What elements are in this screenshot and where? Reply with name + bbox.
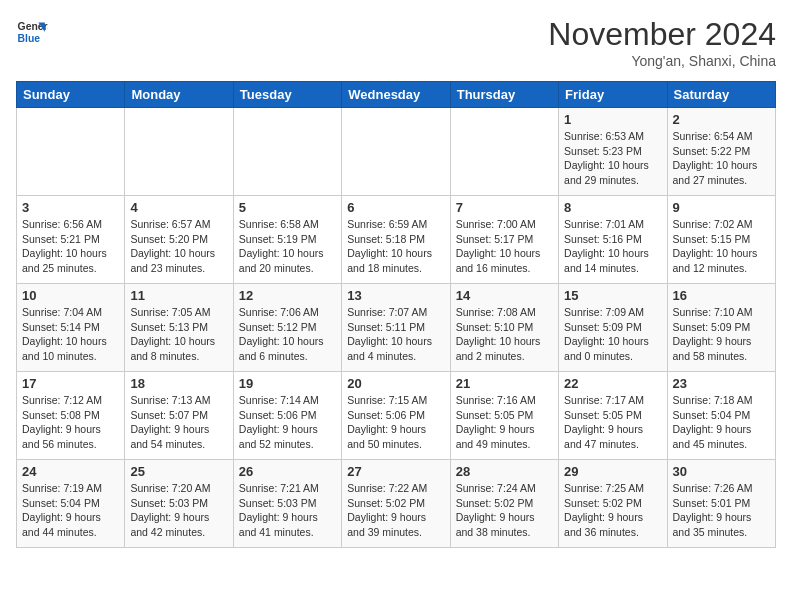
table-row: 18Sunrise: 7:13 AM Sunset: 5:07 PM Dayli… — [125, 372, 233, 460]
day-number: 4 — [130, 200, 227, 215]
table-row: 1Sunrise: 6:53 AM Sunset: 5:23 PM Daylig… — [559, 108, 667, 196]
table-row: 8Sunrise: 7:01 AM Sunset: 5:16 PM Daylig… — [559, 196, 667, 284]
table-row: 22Sunrise: 7:17 AM Sunset: 5:05 PM Dayli… — [559, 372, 667, 460]
day-info: Sunrise: 7:16 AM Sunset: 5:05 PM Dayligh… — [456, 393, 553, 452]
day-number: 19 — [239, 376, 336, 391]
day-number: 9 — [673, 200, 770, 215]
table-row: 30Sunrise: 7:26 AM Sunset: 5:01 PM Dayli… — [667, 460, 775, 548]
day-number: 15 — [564, 288, 661, 303]
day-number: 26 — [239, 464, 336, 479]
day-number: 12 — [239, 288, 336, 303]
title-block: November 2024 Yong'an, Shanxi, China — [548, 16, 776, 69]
calendar-week-row: 3Sunrise: 6:56 AM Sunset: 5:21 PM Daylig… — [17, 196, 776, 284]
day-number: 8 — [564, 200, 661, 215]
day-number: 21 — [456, 376, 553, 391]
day-info: Sunrise: 6:54 AM Sunset: 5:22 PM Dayligh… — [673, 129, 770, 188]
day-info: Sunrise: 7:12 AM Sunset: 5:08 PM Dayligh… — [22, 393, 119, 452]
table-row: 21Sunrise: 7:16 AM Sunset: 5:05 PM Dayli… — [450, 372, 558, 460]
table-row — [17, 108, 125, 196]
day-info: Sunrise: 7:04 AM Sunset: 5:14 PM Dayligh… — [22, 305, 119, 364]
day-number: 18 — [130, 376, 227, 391]
day-number: 5 — [239, 200, 336, 215]
location-subtitle: Yong'an, Shanxi, China — [548, 53, 776, 69]
day-info: Sunrise: 7:07 AM Sunset: 5:11 PM Dayligh… — [347, 305, 444, 364]
day-info: Sunrise: 7:05 AM Sunset: 5:13 PM Dayligh… — [130, 305, 227, 364]
calendar-table: Sunday Monday Tuesday Wednesday Thursday… — [16, 81, 776, 548]
col-wednesday: Wednesday — [342, 82, 450, 108]
table-row — [125, 108, 233, 196]
col-sunday: Sunday — [17, 82, 125, 108]
table-row — [233, 108, 341, 196]
day-number: 10 — [22, 288, 119, 303]
day-info: Sunrise: 7:26 AM Sunset: 5:01 PM Dayligh… — [673, 481, 770, 540]
day-info: Sunrise: 6:56 AM Sunset: 5:21 PM Dayligh… — [22, 217, 119, 276]
table-row: 6Sunrise: 6:59 AM Sunset: 5:18 PM Daylig… — [342, 196, 450, 284]
logo-icon: General Blue — [16, 16, 48, 48]
day-info: Sunrise: 7:06 AM Sunset: 5:12 PM Dayligh… — [239, 305, 336, 364]
day-number: 16 — [673, 288, 770, 303]
page-header: General Blue November 2024 Yong'an, Shan… — [16, 16, 776, 69]
day-number: 6 — [347, 200, 444, 215]
day-info: Sunrise: 6:57 AM Sunset: 5:20 PM Dayligh… — [130, 217, 227, 276]
day-info: Sunrise: 7:20 AM Sunset: 5:03 PM Dayligh… — [130, 481, 227, 540]
table-row: 24Sunrise: 7:19 AM Sunset: 5:04 PM Dayli… — [17, 460, 125, 548]
table-row: 29Sunrise: 7:25 AM Sunset: 5:02 PM Dayli… — [559, 460, 667, 548]
table-row: 11Sunrise: 7:05 AM Sunset: 5:13 PM Dayli… — [125, 284, 233, 372]
day-info: Sunrise: 6:58 AM Sunset: 5:19 PM Dayligh… — [239, 217, 336, 276]
table-row: 15Sunrise: 7:09 AM Sunset: 5:09 PM Dayli… — [559, 284, 667, 372]
table-row: 19Sunrise: 7:14 AM Sunset: 5:06 PM Dayli… — [233, 372, 341, 460]
day-number: 13 — [347, 288, 444, 303]
day-info: Sunrise: 7:15 AM Sunset: 5:06 PM Dayligh… — [347, 393, 444, 452]
day-number: 3 — [22, 200, 119, 215]
day-info: Sunrise: 7:21 AM Sunset: 5:03 PM Dayligh… — [239, 481, 336, 540]
day-number: 22 — [564, 376, 661, 391]
table-row: 16Sunrise: 7:10 AM Sunset: 5:09 PM Dayli… — [667, 284, 775, 372]
col-tuesday: Tuesday — [233, 82, 341, 108]
table-row: 17Sunrise: 7:12 AM Sunset: 5:08 PM Dayli… — [17, 372, 125, 460]
day-number: 24 — [22, 464, 119, 479]
day-number: 14 — [456, 288, 553, 303]
day-info: Sunrise: 7:00 AM Sunset: 5:17 PM Dayligh… — [456, 217, 553, 276]
table-row: 5Sunrise: 6:58 AM Sunset: 5:19 PM Daylig… — [233, 196, 341, 284]
table-row: 10Sunrise: 7:04 AM Sunset: 5:14 PM Dayli… — [17, 284, 125, 372]
day-number: 7 — [456, 200, 553, 215]
day-number: 27 — [347, 464, 444, 479]
table-row: 28Sunrise: 7:24 AM Sunset: 5:02 PM Dayli… — [450, 460, 558, 548]
day-info: Sunrise: 7:24 AM Sunset: 5:02 PM Dayligh… — [456, 481, 553, 540]
day-number: 11 — [130, 288, 227, 303]
col-saturday: Saturday — [667, 82, 775, 108]
day-number: 17 — [22, 376, 119, 391]
calendar-week-row: 17Sunrise: 7:12 AM Sunset: 5:08 PM Dayli… — [17, 372, 776, 460]
day-info: Sunrise: 7:22 AM Sunset: 5:02 PM Dayligh… — [347, 481, 444, 540]
table-row: 12Sunrise: 7:06 AM Sunset: 5:12 PM Dayli… — [233, 284, 341, 372]
day-info: Sunrise: 7:09 AM Sunset: 5:09 PM Dayligh… — [564, 305, 661, 364]
table-row: 13Sunrise: 7:07 AM Sunset: 5:11 PM Dayli… — [342, 284, 450, 372]
day-number: 30 — [673, 464, 770, 479]
day-number: 23 — [673, 376, 770, 391]
table-row: 27Sunrise: 7:22 AM Sunset: 5:02 PM Dayli… — [342, 460, 450, 548]
calendar-week-row: 1Sunrise: 6:53 AM Sunset: 5:23 PM Daylig… — [17, 108, 776, 196]
day-info: Sunrise: 7:25 AM Sunset: 5:02 PM Dayligh… — [564, 481, 661, 540]
day-number: 2 — [673, 112, 770, 127]
day-info: Sunrise: 7:17 AM Sunset: 5:05 PM Dayligh… — [564, 393, 661, 452]
day-info: Sunrise: 7:14 AM Sunset: 5:06 PM Dayligh… — [239, 393, 336, 452]
table-row: 23Sunrise: 7:18 AM Sunset: 5:04 PM Dayli… — [667, 372, 775, 460]
calendar-header-row: Sunday Monday Tuesday Wednesday Thursday… — [17, 82, 776, 108]
col-monday: Monday — [125, 82, 233, 108]
calendar-week-row: 24Sunrise: 7:19 AM Sunset: 5:04 PM Dayli… — [17, 460, 776, 548]
day-info: Sunrise: 7:18 AM Sunset: 5:04 PM Dayligh… — [673, 393, 770, 452]
day-info: Sunrise: 7:13 AM Sunset: 5:07 PM Dayligh… — [130, 393, 227, 452]
day-info: Sunrise: 6:59 AM Sunset: 5:18 PM Dayligh… — [347, 217, 444, 276]
day-number: 28 — [456, 464, 553, 479]
day-info: Sunrise: 7:08 AM Sunset: 5:10 PM Dayligh… — [456, 305, 553, 364]
svg-text:Blue: Blue — [18, 33, 41, 44]
logo: General Blue — [16, 16, 48, 48]
table-row: 2Sunrise: 6:54 AM Sunset: 5:22 PM Daylig… — [667, 108, 775, 196]
day-info: Sunrise: 7:19 AM Sunset: 5:04 PM Dayligh… — [22, 481, 119, 540]
day-info: Sunrise: 6:53 AM Sunset: 5:23 PM Dayligh… — [564, 129, 661, 188]
table-row — [450, 108, 558, 196]
day-number: 25 — [130, 464, 227, 479]
calendar-week-row: 10Sunrise: 7:04 AM Sunset: 5:14 PM Dayli… — [17, 284, 776, 372]
day-number: 1 — [564, 112, 661, 127]
table-row: 7Sunrise: 7:00 AM Sunset: 5:17 PM Daylig… — [450, 196, 558, 284]
